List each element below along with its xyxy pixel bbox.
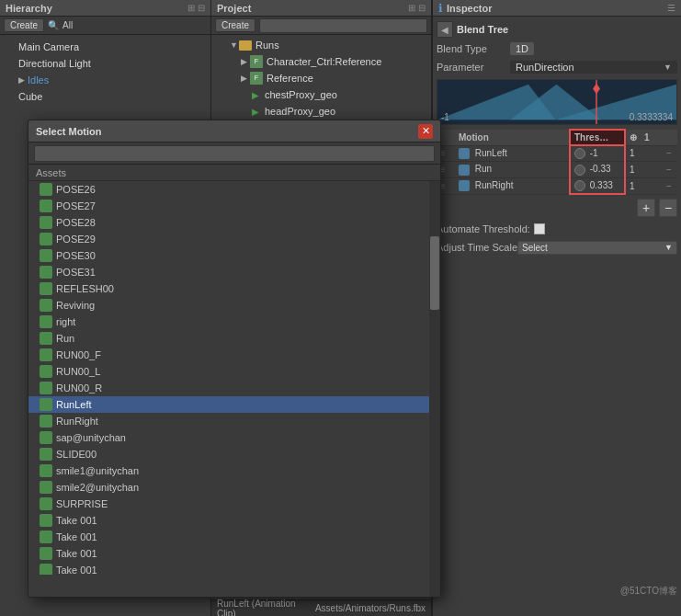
modal-list-item[interactable]: SLIDE00: [28, 446, 440, 462]
automate-checkbox[interactable]: ✓: [534, 223, 545, 234]
parameter-text: RunDirection: [516, 62, 574, 73]
automate-label: Automate Threshold:: [437, 223, 530, 234]
anim-clip-icon: [40, 547, 52, 560]
modal-title: Select Motion: [36, 126, 418, 137]
motion-row[interactable]: ≡ Run -0.33 1 −: [437, 162, 677, 177]
modal-header: Select Motion ✕: [28, 120, 440, 143]
blend-tree-back-button[interactable]: ◀: [437, 21, 453, 38]
modal-list-item[interactable]: sap@unitychan: [28, 429, 440, 446]
modal-search-input[interactable]: [34, 145, 435, 162]
motion-remove[interactable]: −: [663, 162, 677, 177]
modal-close-button[interactable]: ✕: [418, 124, 433, 139]
motion-threshold-cell: -1: [570, 145, 625, 162]
adjust-dropdown[interactable]: Select ▼: [517, 241, 677, 255]
modal-list-item[interactable]: POSE28: [28, 214, 440, 231]
hierarchy-create-button[interactable]: Create: [4, 18, 44, 32]
anim-clip-icon: [40, 448, 52, 461]
hierarchy-header: Hierarchy ⊞ ⊟: [0, 0, 210, 17]
project-search-input[interactable]: [259, 18, 427, 33]
project-header: Project ⊞ ⊟: [211, 0, 431, 17]
modal-list-item[interactable]: Take 001: [28, 512, 440, 529]
hierarchy-item-idles[interactable]: ▶ Idles: [0, 72, 210, 88]
hierarchy-item-main-camera[interactable]: Main Camera: [0, 39, 210, 55]
hierarchy-item-directional-light[interactable]: Directional Light: [0, 55, 210, 72]
motion-name-col: Motion: [455, 130, 570, 145]
anim-clip-icon: [40, 530, 52, 543]
blend-type-value: 1D: [510, 42, 534, 55]
project-item-reference[interactable]: ▶ F Reference: [211, 70, 431, 86]
anim-clip-icon: [40, 299, 52, 312]
modal-list-item[interactable]: RUN00_F: [28, 347, 440, 363]
motion-name: RunRight: [455, 177, 570, 194]
speed-col: 1: [641, 130, 663, 145]
project-item-chest[interactable]: ▶ chestProxy_geo: [211, 86, 431, 103]
modal-list-item[interactable]: Take 001: [28, 545, 440, 562]
select-motion-modal: Select Motion ✕ Assets POSE26POSE27POSE2…: [28, 120, 441, 598]
threshold-col: Thres…: [570, 130, 625, 145]
automate-row: Automate Threshold: ✓: [437, 221, 677, 237]
modal-list-item[interactable]: REFLESH00: [28, 280, 440, 297]
modal-list-item[interactable]: SURPRISE: [28, 496, 440, 512]
modal-list-item[interactable]: Take 001: [28, 529, 440, 545]
motion-speed: 1: [625, 162, 641, 177]
motion-mirror: [641, 145, 663, 162]
modal-list-item[interactable]: POSE26: [28, 181, 440, 198]
project-status-bar: RunLeft (Animation Clip) Assets/Animator…: [211, 599, 431, 616]
parameter-dropdown-icon: ▼: [664, 63, 672, 72]
anim-clip-icon: [40, 233, 52, 245]
anim-clip-icon: [40, 382, 52, 394]
idles-label: Idles: [28, 74, 49, 86]
inspector-info-icon: ℹ: [438, 2, 443, 15]
anim-clip-icon: [40, 415, 52, 428]
anim-clip-icon: [40, 282, 52, 295]
project-create-button[interactable]: Create: [215, 18, 255, 32]
modal-list-item[interactable]: POSE27: [28, 198, 440, 214]
reference-fbx-icon: F: [250, 72, 263, 85]
modal-list-item[interactable]: RUN00_L: [28, 363, 440, 380]
modal-list-item[interactable]: smile1@unitychan: [28, 462, 440, 479]
modal-list-item[interactable]: RunRight: [28, 413, 440, 429]
modal-list-item[interactable]: smile2@unitychan: [28, 479, 440, 496]
modal-list: POSE26POSE27POSE28POSE29POSE30POSE31REFL…: [28, 181, 440, 575]
anim-clip-icon: [40, 464, 52, 477]
add-motion-button[interactable]: +: [637, 199, 655, 217]
remove-motion-button[interactable]: −: [659, 199, 677, 217]
inspector-menu-icon[interactable]: ☰: [667, 3, 675, 13]
status-right: Assets/Animators/Runs.fbx: [315, 603, 426, 613]
adjust-dropdown-icon: ▼: [664, 243, 673, 252]
modal-list-item[interactable]: Take 001: [28, 562, 440, 575]
anim-clip-icon: [40, 365, 52, 378]
modal-list-item[interactable]: RunLeft: [28, 396, 440, 413]
hierarchy-items: Main Camera Directional Light ▶ Idles Cu…: [0, 35, 210, 108]
anim-clip-icon: [40, 249, 52, 262]
status-left: RunLeft (Animation Clip): [217, 599, 315, 617]
project-item-head[interactable]: ▶ headProxy_geo: [211, 103, 431, 120]
modal-list-item[interactable]: POSE30: [28, 247, 440, 264]
anim-clip-icon: [40, 348, 52, 361]
anim-clip-icon: [40, 200, 52, 212]
hierarchy-item-cube[interactable]: Cube: [0, 88, 210, 105]
project-item-runs[interactable]: ▼ Runs: [211, 37, 431, 53]
speed-col-icon: ⊕: [625, 130, 641, 145]
modal-list-item[interactable]: POSE29: [28, 231, 440, 247]
parameter-label: Parameter: [437, 62, 510, 73]
inspector-title: Inspector: [447, 3, 667, 14]
modal-list-item[interactable]: POSE31: [28, 264, 440, 280]
motion-remove[interactable]: −: [663, 177, 677, 194]
motion-remove[interactable]: −: [663, 145, 677, 162]
modal-scrollbar[interactable]: [429, 181, 440, 597]
project-item-character[interactable]: ▶ F Character_Ctrl:Reference: [211, 53, 431, 70]
runs-folder-icon: [239, 40, 252, 51]
motion-threshold-cell: -0.33: [570, 162, 625, 177]
modal-list-item[interactable]: Run: [28, 330, 440, 347]
hierarchy-icons: ⊞ ⊟: [187, 3, 205, 13]
modal-list-item[interactable]: right: [28, 314, 440, 330]
directional-light-label: Directional Light: [18, 58, 91, 69]
motion-row[interactable]: ≡ RunLeft -1 1 −: [437, 145, 677, 162]
modal-list-item[interactable]: Reviving: [28, 297, 440, 314]
motion-row[interactable]: ≡ RunRight 0.333 1 −: [437, 177, 677, 194]
add-remove-row: + −: [437, 199, 677, 217]
motion-name: Run: [455, 162, 570, 177]
modal-list-item[interactable]: RUN00_R: [28, 380, 440, 396]
inspector-header: ℹ Inspector ☰: [433, 0, 681, 17]
